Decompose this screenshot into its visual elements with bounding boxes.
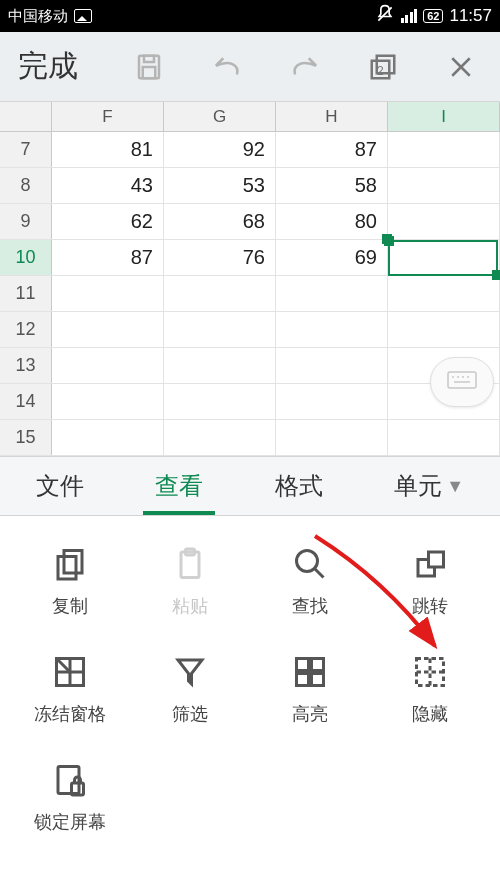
svg-rect-9 xyxy=(448,372,476,388)
goto-icon xyxy=(410,544,450,584)
bottom-tabs: 文件查看格式单元▼ xyxy=(0,456,500,516)
save-icon[interactable] xyxy=(110,52,188,82)
row-header[interactable]: 13 xyxy=(0,348,52,383)
cell[interactable] xyxy=(388,312,500,347)
signal-icon xyxy=(401,9,418,23)
cell[interactable]: 69 xyxy=(276,240,388,275)
cell[interactable]: 43 xyxy=(52,168,164,203)
done-button[interactable]: 完成 xyxy=(0,46,110,87)
main-toolbar: 完成 2 xyxy=(0,32,500,102)
paste-icon xyxy=(170,544,210,584)
cell[interactable] xyxy=(52,420,164,455)
svg-text:2: 2 xyxy=(377,63,384,77)
column-header[interactable]: I xyxy=(388,102,500,131)
column-header[interactable]: G xyxy=(164,102,276,131)
svg-rect-21 xyxy=(429,552,444,567)
cell[interactable] xyxy=(388,276,500,311)
svg-rect-2 xyxy=(144,55,154,61)
cell[interactable]: 87 xyxy=(276,132,388,167)
carrier-label: 中国移动 xyxy=(8,7,68,26)
action-label: 复制 xyxy=(52,594,88,618)
row-header[interactable]: 15 xyxy=(0,420,52,455)
row-header[interactable]: 11 xyxy=(0,276,52,311)
cell[interactable] xyxy=(164,276,276,311)
cell[interactable] xyxy=(276,420,388,455)
fill-handle[interactable] xyxy=(382,234,392,244)
view-panel: 复制粘贴查找跳转冻结窗格筛选高亮隐藏锁定屏幕 xyxy=(0,516,500,862)
svg-rect-27 xyxy=(297,674,309,686)
column-headers: FGHI xyxy=(0,102,500,132)
filter-action[interactable]: 筛选 xyxy=(130,652,250,726)
cell[interactable] xyxy=(388,420,500,455)
spreadsheet[interactable]: FGHI781928784353589626880108776691112131… xyxy=(0,102,500,456)
freeze-action[interactable]: 冻结窗格 xyxy=(10,652,130,726)
copy-action[interactable]: 复制 xyxy=(10,544,130,618)
cell[interactable] xyxy=(164,384,276,419)
cell[interactable]: 53 xyxy=(164,168,276,203)
battery-icon: 62 xyxy=(423,9,443,23)
sheet-row: 7819287 xyxy=(0,132,500,168)
cell[interactable]: 81 xyxy=(52,132,164,167)
cell[interactable] xyxy=(276,276,388,311)
sheets-icon[interactable]: 2 xyxy=(344,52,422,82)
sheet-row: 8435358 xyxy=(0,168,500,204)
cell[interactable] xyxy=(164,312,276,347)
svg-rect-15 xyxy=(64,551,82,574)
row-header[interactable]: 7 xyxy=(0,132,52,167)
keyboard-button[interactable] xyxy=(430,357,494,407)
copy-icon xyxy=(50,544,90,584)
lock-action[interactable]: 锁定屏幕 xyxy=(10,760,130,834)
cell[interactable] xyxy=(52,312,164,347)
row-header[interactable]: 10 xyxy=(0,240,52,275)
cell[interactable] xyxy=(388,240,500,275)
tab-单元[interactable]: 单元▼ xyxy=(382,457,476,515)
find-action[interactable]: 查找 xyxy=(250,544,370,618)
tab-文件[interactable]: 文件 xyxy=(24,457,96,515)
tab-格式[interactable]: 格式 xyxy=(263,457,335,515)
row-header[interactable]: 9 xyxy=(0,204,52,239)
action-label: 隐藏 xyxy=(412,702,448,726)
cell[interactable] xyxy=(276,312,388,347)
cell[interactable] xyxy=(388,168,500,203)
hide-action[interactable]: 隐藏 xyxy=(370,652,490,726)
action-label: 锁定屏幕 xyxy=(34,810,106,834)
tab-查看[interactable]: 查看 xyxy=(143,457,215,515)
cell[interactable] xyxy=(388,132,500,167)
sheet-row: 10877669 xyxy=(0,240,500,276)
cell[interactable] xyxy=(276,384,388,419)
cell[interactable] xyxy=(52,348,164,383)
svg-line-20 xyxy=(315,569,324,578)
sheet-row: 15 xyxy=(0,420,500,456)
action-label: 查找 xyxy=(292,594,328,618)
cell[interactable]: 62 xyxy=(52,204,164,239)
svg-rect-28 xyxy=(312,674,324,686)
cell[interactable]: 76 xyxy=(164,240,276,275)
cell[interactable]: 87 xyxy=(52,240,164,275)
hide-icon xyxy=(410,652,450,692)
row-header[interactable]: 12 xyxy=(0,312,52,347)
sheet-row: 14 xyxy=(0,384,500,420)
row-header[interactable]: 8 xyxy=(0,168,52,203)
undo-icon[interactable] xyxy=(188,52,266,82)
column-header[interactable]: H xyxy=(276,102,388,131)
cell[interactable]: 68 xyxy=(164,204,276,239)
cell[interactable] xyxy=(164,420,276,455)
cell[interactable] xyxy=(388,204,500,239)
svg-point-19 xyxy=(297,551,318,572)
cell[interactable] xyxy=(164,348,276,383)
cell[interactable] xyxy=(276,348,388,383)
sheet-row: 13 xyxy=(0,348,500,384)
cell[interactable]: 58 xyxy=(276,168,388,203)
column-header[interactable]: F xyxy=(52,102,164,131)
row-header[interactable]: 14 xyxy=(0,384,52,419)
highlight-action[interactable]: 高亮 xyxy=(250,652,370,726)
goto-action[interactable]: 跳转 xyxy=(370,544,490,618)
cell[interactable] xyxy=(52,384,164,419)
filter-icon xyxy=(170,652,210,692)
cell[interactable]: 92 xyxy=(164,132,276,167)
cell[interactable]: 80 xyxy=(276,204,388,239)
freeze-icon xyxy=(50,652,90,692)
close-icon[interactable] xyxy=(422,52,500,82)
redo-icon[interactable] xyxy=(266,52,344,82)
cell[interactable] xyxy=(52,276,164,311)
